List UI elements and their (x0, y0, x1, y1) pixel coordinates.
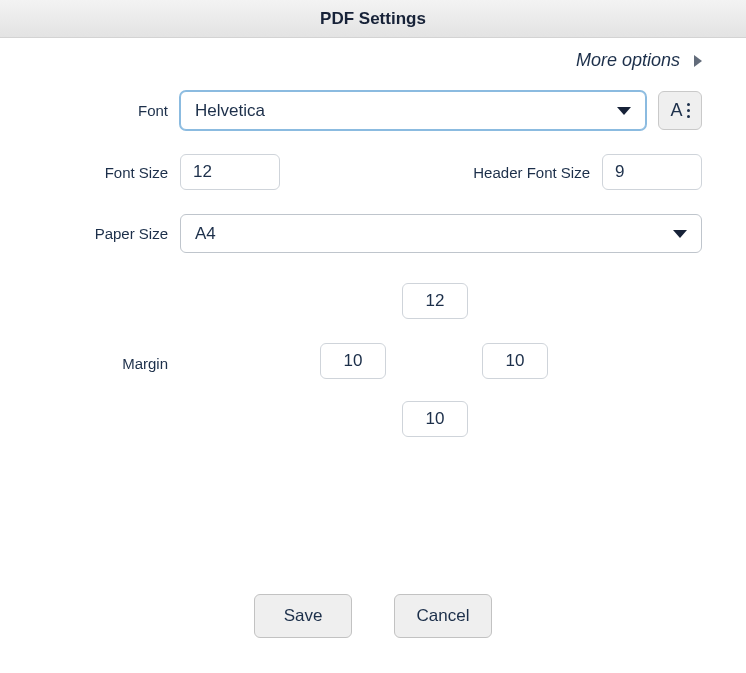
chevron-down-icon (617, 107, 631, 115)
margin-right-input[interactable] (482, 343, 548, 379)
header-font-size-label: Header Font Size (473, 164, 602, 181)
chevron-down-icon (673, 230, 687, 238)
cancel-button[interactable]: Cancel (394, 594, 492, 638)
letter-a-icon: A (670, 100, 682, 121)
font-size-label: Font Size (44, 164, 180, 181)
margin-left-input[interactable] (320, 343, 386, 379)
font-label: Font (44, 102, 180, 119)
font-select[interactable]: Helvetica (180, 91, 646, 130)
more-options-label: More options (576, 50, 680, 71)
chevron-right-icon (694, 55, 702, 67)
paper-size-label: Paper Size (44, 225, 180, 242)
paper-size-select-value: A4 (195, 224, 216, 244)
save-button[interactable]: Save (254, 594, 352, 638)
dialog-title: PDF Settings (0, 0, 746, 38)
margin-top-input[interactable] (402, 283, 468, 319)
paper-size-select[interactable]: A4 (180, 214, 702, 253)
header-font-size-input[interactable] (602, 154, 702, 190)
font-size-input[interactable] (180, 154, 280, 190)
font-select-value: Helvetica (195, 101, 265, 121)
margin-grid (310, 283, 560, 443)
font-options-button[interactable]: A (658, 91, 702, 130)
margin-bottom-input[interactable] (402, 401, 468, 437)
margin-label: Margin (44, 355, 180, 372)
more-options-link[interactable]: More options (44, 50, 702, 71)
vertical-dots-icon (687, 103, 690, 118)
